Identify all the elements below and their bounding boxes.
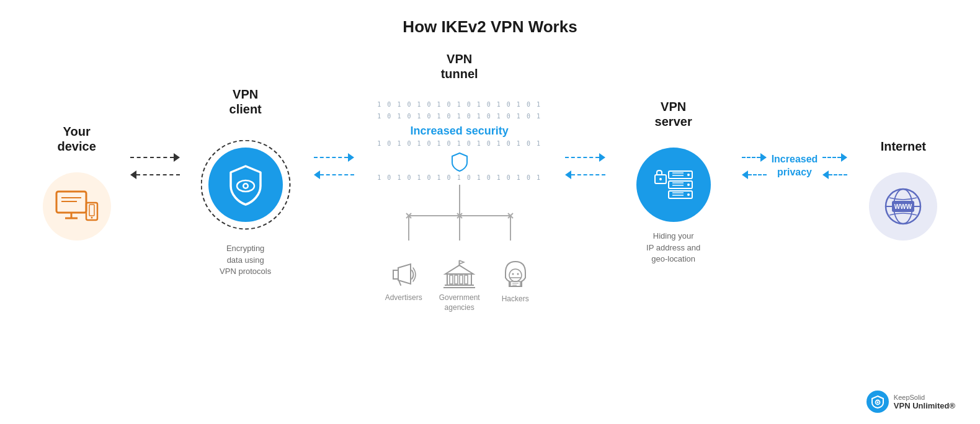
arrow-privacy-left bbox=[742, 170, 767, 179]
vpn-client-sub-label: Encrypting data using VPN protocols bbox=[220, 243, 271, 277]
security-text: Increased security bbox=[411, 125, 509, 138]
hacker-item: Hackers bbox=[491, 259, 540, 312]
binary-row-3: 1 0 1 0 1 0 1 0 1 0 1 0 1 0 1 0 1 bbox=[377, 139, 541, 148]
dashed-line-blue-3 bbox=[565, 157, 599, 158]
server-icon bbox=[653, 167, 695, 202]
svg-point-32 bbox=[517, 273, 519, 275]
arrow-head-right-1 bbox=[174, 153, 180, 162]
device-icon-circle bbox=[43, 172, 111, 241]
arrow-from-tunnel bbox=[314, 170, 354, 179]
arrow-to-tunnel bbox=[314, 153, 354, 162]
dashed-line-2 bbox=[136, 174, 180, 175]
arrow-head-right-blue-2 bbox=[599, 153, 605, 162]
arrow-to-client bbox=[130, 153, 180, 162]
svg-rect-25 bbox=[460, 275, 463, 284]
government-item: Government agencies bbox=[435, 259, 484, 312]
svg-point-10 bbox=[244, 185, 247, 188]
arrow-head-left-blue-2 bbox=[565, 170, 571, 179]
keepsolid-logo bbox=[866, 391, 889, 413]
privacy-text: Increased privacy bbox=[772, 153, 818, 179]
advertiser-label: Advertisers bbox=[385, 293, 422, 303]
shield-eye-icon bbox=[227, 164, 264, 206]
dashed-line-blue-4 bbox=[571, 174, 605, 175]
binary-row-1: 1 0 1 0 1 0 1 0 1 0 1 0 1 0 1 0 1 bbox=[377, 100, 541, 109]
arrow-internet-right bbox=[822, 153, 847, 162]
binary-row-2: 1 0 1 0 1 0 1 0 1 0 1 0 1 0 1 0 1 bbox=[377, 112, 541, 121]
your-device-label: Your device bbox=[58, 121, 96, 154]
svg-rect-34 bbox=[510, 281, 520, 286]
keepsolid-line2: VPN Unlimited® bbox=[894, 401, 955, 410]
dashed-line-1 bbox=[130, 157, 174, 158]
svg-point-30 bbox=[509, 269, 522, 281]
svg-rect-23 bbox=[450, 275, 453, 284]
hacker-icon bbox=[501, 259, 530, 291]
keepsolid-text: KeepSolid VPN Unlimited® bbox=[894, 394, 955, 410]
government-icon bbox=[442, 259, 476, 290]
privacy-text-area: Increased privacy bbox=[767, 153, 823, 179]
col-vpn-client: VPN client Encrypting data using VPN pro… bbox=[184, 84, 308, 277]
vpn-server-circle bbox=[636, 148, 711, 222]
advertiser-icon bbox=[388, 259, 419, 290]
tunnel-content: 1 0 1 0 1 0 1 0 1 0 1 0 1 0 1 0 1 1 0 1 … bbox=[360, 100, 559, 312]
advertiser-item: Advertisers bbox=[379, 259, 429, 312]
threats-row: Advertisers bbox=[379, 259, 540, 312]
arrow-from-client bbox=[130, 170, 180, 179]
col-vpn-server: VPN server bbox=[612, 97, 736, 265]
svg-rect-26 bbox=[465, 275, 468, 284]
page-container: How IKEv2 VPN Works Your device bbox=[0, 0, 980, 424]
col-internet: Internet WWW bbox=[853, 121, 953, 241]
svg-point-38 bbox=[659, 178, 662, 180]
vpn-client-label: VPN client bbox=[229, 84, 262, 117]
vpn-server-sub-label: Hiding your IP address and geo-location bbox=[646, 231, 700, 265]
svg-point-48 bbox=[687, 193, 690, 196]
svg-point-31 bbox=[512, 273, 514, 275]
dashed-line-blue-2 bbox=[320, 174, 354, 175]
client-tunnel-arrows bbox=[308, 153, 360, 179]
svg-point-40 bbox=[687, 174, 690, 176]
arrow-head-left-1 bbox=[130, 170, 136, 179]
internet-icon: WWW bbox=[881, 184, 925, 229]
threat-lines-area: Advertisers bbox=[379, 185, 540, 312]
threat-lines-svg bbox=[379, 185, 540, 265]
arrow-internet-left bbox=[822, 170, 847, 179]
svg-point-7 bbox=[91, 217, 92, 219]
vpn-client-icon-area bbox=[196, 135, 295, 234]
arrow-head-right-blue-1 bbox=[348, 153, 354, 162]
arrow-to-server bbox=[565, 153, 605, 162]
internet-circle: WWW bbox=[869, 172, 937, 241]
small-shield-icon bbox=[451, 152, 468, 172]
hacker-label: Hackers bbox=[502, 294, 529, 304]
binary-row-4: 1 0 1 0 1 0 1 0 1 0 1 0 1 0 1 0 1 bbox=[377, 173, 541, 182]
svg-point-57 bbox=[876, 402, 878, 404]
device-icon bbox=[55, 189, 99, 223]
page-title: How IKEv2 VPN Works bbox=[403, 17, 577, 37]
server-internet-section: Increased privacy bbox=[736, 153, 854, 179]
dashed-line-blue-1 bbox=[314, 157, 348, 158]
vpn-tunnel-label: VPN tunnel bbox=[441, 49, 478, 81]
privacy-arrows bbox=[742, 153, 767, 179]
small-shield-icon-area bbox=[451, 152, 468, 172]
col-vpn-tunnel: VPN tunnel 1 0 1 0 1 0 1 0 1 0 1 0 1 0 1… bbox=[360, 49, 559, 312]
arrow-head-left-blue-1 bbox=[314, 170, 320, 179]
keepsolid-line1: KeepSolid bbox=[894, 394, 955, 401]
arrow-privacy-right bbox=[742, 153, 767, 162]
vpn-client-circle bbox=[208, 148, 283, 222]
keepsolid-badge: KeepSolid VPN Unlimited® bbox=[866, 391, 955, 413]
svg-point-44 bbox=[687, 183, 690, 186]
internet-label: Internet bbox=[881, 121, 926, 154]
diagram-area: Your device bbox=[0, 49, 980, 312]
col-your-device: Your device bbox=[27, 121, 127, 241]
device-client-arrows bbox=[127, 153, 184, 179]
arrow-from-server bbox=[565, 170, 605, 179]
vpn-server-label: VPN server bbox=[655, 97, 692, 129]
government-label: Government agencies bbox=[435, 293, 484, 312]
keepsolid-shield-icon bbox=[871, 395, 884, 409]
tunnel-server-arrows bbox=[559, 153, 612, 179]
svg-text:WWW: WWW bbox=[894, 203, 912, 210]
svg-rect-6 bbox=[89, 205, 94, 216]
svg-rect-24 bbox=[455, 275, 458, 284]
privacy-arrows-2 bbox=[822, 153, 847, 179]
